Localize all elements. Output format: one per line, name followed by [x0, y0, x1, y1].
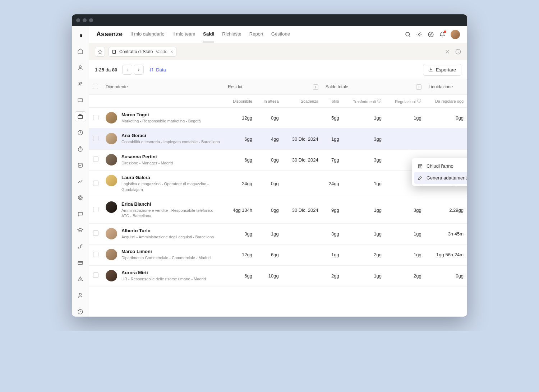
- cell-regolazioni: 2gg: [385, 265, 425, 286]
- context-generate-adjustment[interactable]: Genera adattamento: [414, 172, 467, 184]
- user-avatar[interactable]: [451, 30, 460, 39]
- table-row[interactable]: Erica Bianchi Amministrazione e vendite …: [89, 197, 467, 223]
- cell-totali: 9gg: [322, 197, 343, 223]
- select-all-checkbox[interactable]: [93, 84, 98, 89]
- document-icon: [112, 50, 116, 54]
- context-close-year[interactable]: Chiudi l'anno: [414, 160, 467, 172]
- cell-trasferimenti: 3gg: [343, 149, 385, 170]
- bell-icon[interactable]: [439, 31, 446, 38]
- edit-icon: [418, 175, 423, 181]
- table-row[interactable]: Susanna Pertini Direzione - Manager - Ma…: [89, 149, 467, 170]
- tab-richieste[interactable]: Richieste: [222, 26, 241, 42]
- row-checkbox[interactable]: [93, 207, 98, 212]
- cell-trasferimenti: 1gg: [343, 223, 385, 244]
- table-row[interactable]: Laura Galera Logistica e magazzino - Ope…: [89, 171, 467, 197]
- table-row[interactable]: Alberto Turlo Acquisti - Amministrazione…: [89, 223, 467, 244]
- settings-icon[interactable]: [416, 31, 423, 38]
- nav-check-icon[interactable]: [75, 160, 86, 170]
- nav-route-icon[interactable]: [75, 242, 86, 251]
- table-row[interactable]: Marco Limoni Dipartimento Commerciale - …: [89, 244, 467, 265]
- next-page-button[interactable]: ›: [134, 65, 144, 75]
- calendar-x-icon: [418, 163, 423, 169]
- info-icon: [417, 98, 421, 103]
- row-checkbox[interactable]: [93, 136, 98, 141]
- download-icon: [428, 67, 433, 72]
- employee-name: Aurora Mirti: [121, 270, 206, 275]
- nav-grad-icon[interactable]: [75, 225, 86, 235]
- filter-chip-remove[interactable]: ×: [170, 49, 173, 55]
- cell-trasferimenti: 1gg: [343, 265, 385, 286]
- nav-card-icon[interactable]: [75, 258, 86, 268]
- table-row[interactable]: Aurora Mirti HR - Responsabile delle ris…: [89, 265, 467, 286]
- notification-dot: [444, 31, 446, 33]
- row-checkbox[interactable]: [93, 157, 98, 162]
- cell-disponibile: 6gg: [224, 265, 256, 286]
- clear-filters-icon[interactable]: [444, 48, 451, 55]
- cell-da-regolare: 0gg: [425, 108, 467, 129]
- window-max-dot[interactable]: [89, 18, 93, 22]
- window-close-dot[interactable]: [76, 18, 80, 22]
- cell-totali: 3gg: [322, 223, 343, 244]
- nav-chat-icon[interactable]: [75, 209, 86, 219]
- toolbar: 1-25 da 80 ‹ › Data Esportare: [89, 60, 467, 79]
- employee-subtitle: Logistica e magazzino - Operatore di mag…: [121, 181, 221, 192]
- col-regolazioni: Regolazioni: [385, 95, 425, 108]
- col-attesa: In attesa: [256, 95, 282, 108]
- filter-chip[interactable]: Contratto di Stato Valido ×: [109, 47, 176, 57]
- window-min-dot[interactable]: [83, 18, 87, 22]
- nav-home-icon[interactable]: [75, 46, 86, 56]
- employee-name: Alberto Turlo: [121, 228, 214, 233]
- row-checkbox[interactable]: [93, 252, 98, 257]
- employee-name: Marco Togni: [121, 112, 201, 117]
- cell-totali: 24gg: [322, 171, 343, 197]
- svg-rect-3: [78, 115, 83, 118]
- cell-regolazioni: [385, 129, 425, 149]
- tab-il-mio-team[interactable]: Il mio team: [172, 26, 195, 42]
- cell-disponibile: 12gg: [224, 108, 256, 129]
- row-checkbox[interactable]: [93, 230, 98, 236]
- filter-chip-value: Valido: [156, 49, 167, 54]
- nav-user-icon[interactable]: [75, 62, 86, 72]
- cell-da-regolare: 0gg: [425, 265, 467, 286]
- sort-label: Data: [156, 67, 166, 73]
- cell-scadenza: [282, 108, 322, 129]
- row-checkbox[interactable]: [93, 181, 98, 186]
- nav-history-icon[interactable]: [75, 307, 86, 317]
- tab-gestione[interactable]: Gestione: [271, 26, 290, 42]
- nav-folder-icon[interactable]: [75, 95, 86, 105]
- nav-chart-icon[interactable]: [75, 177, 86, 186]
- prev-page-button[interactable]: ‹: [122, 65, 132, 75]
- export-button[interactable]: Esportare: [423, 64, 461, 76]
- cell-da-regolare: 3h 45m: [425, 223, 467, 244]
- filter-chip-label: Contratto di Stato: [119, 49, 153, 54]
- info-icon[interactable]: [455, 48, 461, 55]
- svg-point-8: [79, 197, 82, 199]
- nav-target-icon[interactable]: [75, 193, 86, 202]
- row-checkbox[interactable]: [93, 272, 98, 278]
- table-row[interactable]: Ana Geraci Contabilità e tesoreria - Imp…: [89, 129, 467, 149]
- nav-person-icon[interactable]: [75, 290, 86, 300]
- sort-button[interactable]: Data: [149, 67, 166, 73]
- expand-saldo-icon[interactable]: +: [416, 84, 421, 90]
- context-menu: Chiudi l'anno Genera adattamento: [412, 158, 467, 186]
- tab-report[interactable]: Report: [249, 26, 263, 42]
- nav-clock-icon[interactable]: [75, 128, 86, 137]
- nav-alert-icon[interactable]: [75, 274, 86, 284]
- svg-point-12: [406, 32, 410, 36]
- nav-timer-icon[interactable]: [75, 144, 86, 154]
- activity-icon[interactable]: [428, 31, 434, 38]
- row-checkbox[interactable]: [93, 115, 98, 120]
- nav-briefcase-icon[interactable]: [75, 111, 86, 121]
- svg-point-7: [78, 196, 82, 200]
- expand-residui-icon[interactable]: +: [313, 84, 318, 90]
- table-row[interactable]: Marco Togni Marketing - Responsabile mar…: [89, 108, 467, 129]
- nav-team-icon[interactable]: [75, 79, 86, 89]
- employee-avatar: [106, 112, 117, 123]
- employee-subtitle: Amministrazione e vendite - Responsabile…: [121, 208, 221, 219]
- tab-il-mio-calendario[interactable]: Il mio calendario: [130, 26, 165, 42]
- search-icon[interactable]: [405, 31, 411, 38]
- cell-attesa: 0gg: [256, 171, 282, 197]
- cell-disponibile: 6gg: [224, 149, 256, 170]
- favorite-button[interactable]: [95, 47, 105, 57]
- tab-saldi[interactable]: Saldi: [203, 26, 214, 42]
